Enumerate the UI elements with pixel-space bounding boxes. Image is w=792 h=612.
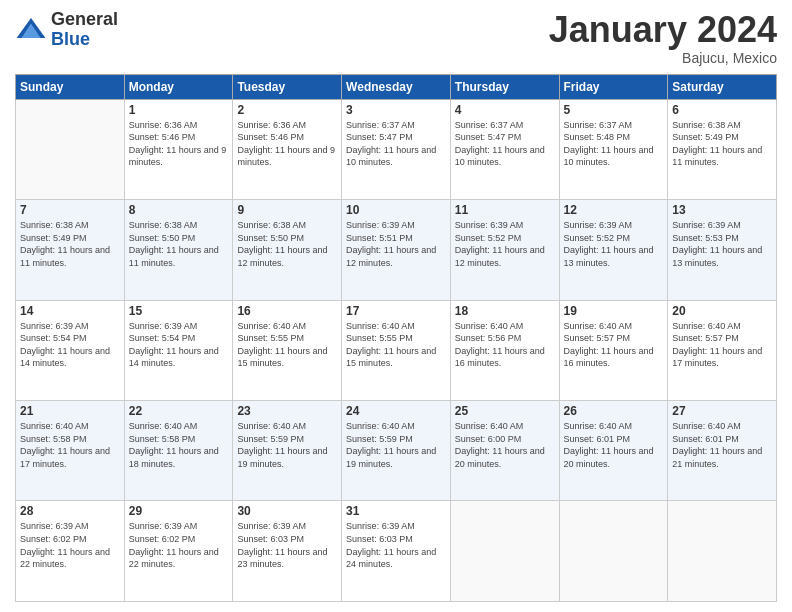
- sunrise-time: Sunrise: 6:40 AM: [672, 421, 741, 431]
- header-row: Sunday Monday Tuesday Wednesday Thursday…: [16, 74, 777, 99]
- day-info: Sunrise: 6:40 AM Sunset: 5:58 PM Dayligh…: [20, 420, 120, 470]
- logo-general: General: [51, 10, 118, 30]
- day-info: Sunrise: 6:39 AM Sunset: 5:54 PM Dayligh…: [20, 320, 120, 370]
- sunset-time: Sunset: 5:46 PM: [237, 132, 304, 142]
- sunrise-time: Sunrise: 6:40 AM: [672, 321, 741, 331]
- week-row: 28 Sunrise: 6:39 AM Sunset: 6:02 PM Dayl…: [16, 501, 777, 602]
- table-row: [668, 501, 777, 602]
- day-number: 1: [129, 103, 229, 117]
- day-number: 6: [672, 103, 772, 117]
- day-number: 20: [672, 304, 772, 318]
- daylight-hours: Daylight: 11 hours and 17 minutes.: [20, 446, 110, 469]
- table-row: 6 Sunrise: 6:38 AM Sunset: 5:49 PM Dayli…: [668, 99, 777, 199]
- day-info: Sunrise: 6:36 AM Sunset: 5:46 PM Dayligh…: [237, 119, 337, 169]
- day-number: 4: [455, 103, 555, 117]
- table-row: 2 Sunrise: 6:36 AM Sunset: 5:46 PM Dayli…: [233, 99, 342, 199]
- sunrise-time: Sunrise: 6:38 AM: [237, 220, 306, 230]
- daylight-hours: Daylight: 11 hours and 24 minutes.: [346, 547, 436, 570]
- sunset-time: Sunset: 5:47 PM: [346, 132, 413, 142]
- day-number: 16: [237, 304, 337, 318]
- day-info: Sunrise: 6:38 AM Sunset: 5:49 PM Dayligh…: [20, 219, 120, 269]
- col-thursday: Thursday: [450, 74, 559, 99]
- day-number: 2: [237, 103, 337, 117]
- week-row: 1 Sunrise: 6:36 AM Sunset: 5:46 PM Dayli…: [16, 99, 777, 199]
- sunset-time: Sunset: 5:55 PM: [346, 333, 413, 343]
- daylight-hours: Daylight: 11 hours and 12 minutes.: [346, 245, 436, 268]
- sunset-time: Sunset: 6:03 PM: [237, 534, 304, 544]
- sunrise-time: Sunrise: 6:40 AM: [455, 321, 524, 331]
- table-row: 22 Sunrise: 6:40 AM Sunset: 5:58 PM Dayl…: [124, 401, 233, 501]
- daylight-hours: Daylight: 11 hours and 13 minutes.: [672, 245, 762, 268]
- day-info: Sunrise: 6:39 AM Sunset: 6:03 PM Dayligh…: [237, 520, 337, 570]
- table-row: [450, 501, 559, 602]
- daylight-hours: Daylight: 11 hours and 12 minutes.: [455, 245, 545, 268]
- table-row: 26 Sunrise: 6:40 AM Sunset: 6:01 PM Dayl…: [559, 401, 668, 501]
- daylight-hours: Daylight: 11 hours and 14 minutes.: [20, 346, 110, 369]
- table-row: 24 Sunrise: 6:40 AM Sunset: 5:59 PM Dayl…: [342, 401, 451, 501]
- day-number: 3: [346, 103, 446, 117]
- table-row: 5 Sunrise: 6:37 AM Sunset: 5:48 PM Dayli…: [559, 99, 668, 199]
- week-row: 7 Sunrise: 6:38 AM Sunset: 5:49 PM Dayli…: [16, 200, 777, 300]
- day-info: Sunrise: 6:40 AM Sunset: 5:59 PM Dayligh…: [346, 420, 446, 470]
- header: General Blue January 2024 Bajucu, Mexico: [15, 10, 777, 66]
- sunset-time: Sunset: 5:49 PM: [672, 132, 739, 142]
- week-row: 21 Sunrise: 6:40 AM Sunset: 5:58 PM Dayl…: [16, 401, 777, 501]
- sunrise-time: Sunrise: 6:37 AM: [564, 120, 633, 130]
- sunset-time: Sunset: 5:59 PM: [346, 434, 413, 444]
- sunrise-time: Sunrise: 6:40 AM: [20, 421, 89, 431]
- sunset-time: Sunset: 5:57 PM: [672, 333, 739, 343]
- day-number: 8: [129, 203, 229, 217]
- sunrise-time: Sunrise: 6:39 AM: [129, 521, 198, 531]
- day-number: 10: [346, 203, 446, 217]
- daylight-hours: Daylight: 11 hours and 11 minutes.: [20, 245, 110, 268]
- day-info: Sunrise: 6:40 AM Sunset: 5:58 PM Dayligh…: [129, 420, 229, 470]
- sunset-time: Sunset: 5:58 PM: [20, 434, 87, 444]
- sunset-time: Sunset: 5:53 PM: [672, 233, 739, 243]
- day-info: Sunrise: 6:39 AM Sunset: 5:52 PM Dayligh…: [455, 219, 555, 269]
- calendar-body: 1 Sunrise: 6:36 AM Sunset: 5:46 PM Dayli…: [16, 99, 777, 601]
- day-info: Sunrise: 6:39 AM Sunset: 6:02 PM Dayligh…: [20, 520, 120, 570]
- daylight-hours: Daylight: 11 hours and 9 minutes.: [129, 145, 227, 168]
- sunrise-time: Sunrise: 6:38 AM: [672, 120, 741, 130]
- day-info: Sunrise: 6:39 AM Sunset: 5:54 PM Dayligh…: [129, 320, 229, 370]
- table-row: 31 Sunrise: 6:39 AM Sunset: 6:03 PM Dayl…: [342, 501, 451, 602]
- day-number: 25: [455, 404, 555, 418]
- sunset-time: Sunset: 5:58 PM: [129, 434, 196, 444]
- sunset-time: Sunset: 5:57 PM: [564, 333, 631, 343]
- day-number: 12: [564, 203, 664, 217]
- daylight-hours: Daylight: 11 hours and 13 minutes.: [564, 245, 654, 268]
- col-saturday: Saturday: [668, 74, 777, 99]
- daylight-hours: Daylight: 11 hours and 19 minutes.: [237, 446, 327, 469]
- day-info: Sunrise: 6:39 AM Sunset: 5:52 PM Dayligh…: [564, 219, 664, 269]
- daylight-hours: Daylight: 11 hours and 10 minutes.: [346, 145, 436, 168]
- daylight-hours: Daylight: 11 hours and 11 minutes.: [672, 145, 762, 168]
- sunset-time: Sunset: 6:01 PM: [672, 434, 739, 444]
- day-number: 22: [129, 404, 229, 418]
- day-info: Sunrise: 6:40 AM Sunset: 5:55 PM Dayligh…: [237, 320, 337, 370]
- sunset-time: Sunset: 5:50 PM: [129, 233, 196, 243]
- daylight-hours: Daylight: 11 hours and 17 minutes.: [672, 346, 762, 369]
- sunrise-time: Sunrise: 6:39 AM: [346, 521, 415, 531]
- daylight-hours: Daylight: 11 hours and 16 minutes.: [564, 346, 654, 369]
- day-info: Sunrise: 6:36 AM Sunset: 5:46 PM Dayligh…: [129, 119, 229, 169]
- daylight-hours: Daylight: 11 hours and 9 minutes.: [237, 145, 335, 168]
- day-info: Sunrise: 6:40 AM Sunset: 5:57 PM Dayligh…: [672, 320, 772, 370]
- sunrise-time: Sunrise: 6:39 AM: [20, 321, 89, 331]
- daylight-hours: Daylight: 11 hours and 14 minutes.: [129, 346, 219, 369]
- day-info: Sunrise: 6:39 AM Sunset: 5:51 PM Dayligh…: [346, 219, 446, 269]
- day-number: 30: [237, 504, 337, 518]
- table-row: 18 Sunrise: 6:40 AM Sunset: 5:56 PM Dayl…: [450, 300, 559, 400]
- page: General Blue January 2024 Bajucu, Mexico…: [0, 0, 792, 612]
- sunset-time: Sunset: 5:54 PM: [129, 333, 196, 343]
- day-number: 5: [564, 103, 664, 117]
- logo-text: General Blue: [51, 10, 118, 50]
- logo-blue: Blue: [51, 30, 118, 50]
- sunset-time: Sunset: 6:03 PM: [346, 534, 413, 544]
- day-number: 27: [672, 404, 772, 418]
- table-row: 28 Sunrise: 6:39 AM Sunset: 6:02 PM Dayl…: [16, 501, 125, 602]
- day-number: 18: [455, 304, 555, 318]
- sunrise-time: Sunrise: 6:36 AM: [129, 120, 198, 130]
- table-row: 15 Sunrise: 6:39 AM Sunset: 5:54 PM Dayl…: [124, 300, 233, 400]
- col-tuesday: Tuesday: [233, 74, 342, 99]
- table-row: 10 Sunrise: 6:39 AM Sunset: 5:51 PM Dayl…: [342, 200, 451, 300]
